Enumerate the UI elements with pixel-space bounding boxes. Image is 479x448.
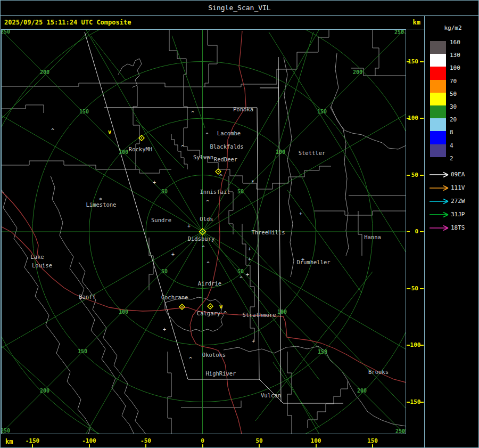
radar-map: 2502001501005025020015010050501001502002… [2, 30, 406, 434]
azimuth-line-210 [38, 232, 203, 434]
county-boundary [169, 30, 186, 86]
county-boundary [205, 30, 217, 87]
bottom-axis-label: -50 [134, 438, 158, 444]
range-label: 50 [161, 189, 168, 194]
right-axis-tick [407, 402, 410, 403]
range-label: 150 [78, 348, 87, 354]
legend-color-swatch [430, 131, 446, 144]
city-label: Hanna [364, 234, 381, 240]
poi-marker: ^ [202, 245, 205, 251]
poi-marker: + [248, 256, 251, 262]
right-axis-tick [420, 118, 424, 119]
bottom-axis-tick [202, 444, 203, 447]
legend-threshold-value: 70 [450, 78, 457, 85]
poi-marker: ^ [224, 311, 227, 316]
poi-marker: * [251, 180, 254, 185]
legend-threshold-value: 130 [450, 52, 460, 59]
range-label: 250 [395, 428, 405, 434]
range-label: 200 [40, 69, 49, 75]
bottom-axis-tick [259, 444, 260, 447]
legend-threshold-value: 50 [450, 91, 457, 97]
right-axis-tick [407, 118, 410, 119]
county-boundary [242, 224, 254, 341]
bottom-axis-tick [145, 444, 146, 447]
right-axis-tick [420, 288, 424, 289]
bottom-axis-label: 50 [247, 438, 271, 444]
radar-site-id: 31JP [451, 211, 465, 218]
legend-threshold-value: 8 [450, 129, 453, 136]
range-label: 50 [237, 189, 244, 194]
bottom-axis-label: -150 [21, 438, 44, 444]
range-label: 200 [40, 388, 49, 394]
county-boundary [184, 86, 187, 150]
airfield-dot-icon [218, 171, 219, 172]
poi-marker: + [187, 223, 191, 229]
poi-marker: + [252, 338, 255, 344]
city-label: ThreeHills [251, 229, 285, 235]
poi-marker: + [248, 246, 251, 252]
radar-site-id: 111V [451, 185, 465, 191]
city-label: Limestone [86, 201, 117, 208]
county-boundary [358, 211, 362, 256]
right-axis-tick [420, 345, 424, 346]
111V-arrow-icon [429, 185, 449, 191]
graticule-line [91, 36, 126, 80]
legend-threshold-value: 4 [450, 143, 453, 149]
city-label: Strathmore [242, 312, 276, 318]
range-label: 250 [2, 428, 10, 434]
airfield-dot-icon [202, 231, 203, 232]
range-label: 50 [161, 268, 168, 274]
scan-area-outline [257, 108, 259, 379]
county-boundary [133, 86, 139, 169]
18TS-arrow-icon [429, 225, 449, 231]
county-boundary [224, 346, 406, 426]
09EA-arrow-icon [429, 172, 449, 178]
city-label: Brooks [368, 369, 389, 375]
legend-unit-label: kg/m2 [429, 25, 477, 31]
map-canvas[interactable]: 2502001501005025020015010050501001502002… [1, 29, 406, 434]
county-boundary [2, 161, 171, 173]
legend-color-swatch [430, 54, 446, 67]
range-label: 100 [119, 149, 128, 155]
bottom-axis-label: 100 [304, 438, 328, 444]
bottom-axis-label: 150 [361, 438, 384, 444]
city-label: Drumheller [296, 259, 330, 265]
right-axis-unit: km [399, 19, 420, 26]
graticule-line [287, 190, 362, 293]
bottom-axis-tick [89, 444, 90, 447]
poi-marker: ^ [181, 144, 184, 150]
city-label: Stettler [299, 150, 326, 156]
range-label: 250 [2, 30, 10, 35]
county-boundary [171, 134, 187, 169]
poi-marker: ^ [219, 174, 222, 180]
county-boundary [373, 30, 379, 76]
range-label: 150 [317, 109, 327, 115]
bottom-axis-tick [316, 444, 317, 447]
range-label: 100 [277, 309, 287, 315]
right-axis-tick [420, 61, 424, 62]
27ZW-arrow-icon [429, 198, 449, 205]
poi-marker: ^ [207, 261, 210, 267]
legend-threshold-value: 20 [450, 117, 457, 123]
graticule-line [269, 32, 406, 252]
graticule-line [255, 272, 373, 421]
bottom-axis-unit: km [5, 438, 13, 445]
city-label: Lake [30, 254, 44, 260]
city-label: Louise [32, 262, 52, 268]
county-boundary [287, 352, 292, 434]
v-marker-icon: v [108, 128, 112, 135]
right-axis-tick [407, 231, 410, 232]
county-boundary [330, 107, 406, 149]
radar-site-id: 27ZW [451, 198, 465, 205]
scan-timestamp: 2025/09/25 15:11:24 UTC Composite [4, 19, 131, 26]
poi-marker: ^ [51, 128, 54, 134]
city-label: Cochrane [161, 294, 188, 300]
legend-color-swatch [430, 67, 446, 79]
range-label: 200 [357, 388, 367, 394]
airfield-dot-icon [181, 306, 183, 307]
bottom-axis-tick [32, 444, 33, 447]
bottom-axis-tick [372, 444, 373, 447]
city-label: Calgary [197, 310, 220, 316]
city-label: RedDeer [214, 156, 237, 162]
window-title: Single_Scan_VIL [0, 0, 479, 15]
